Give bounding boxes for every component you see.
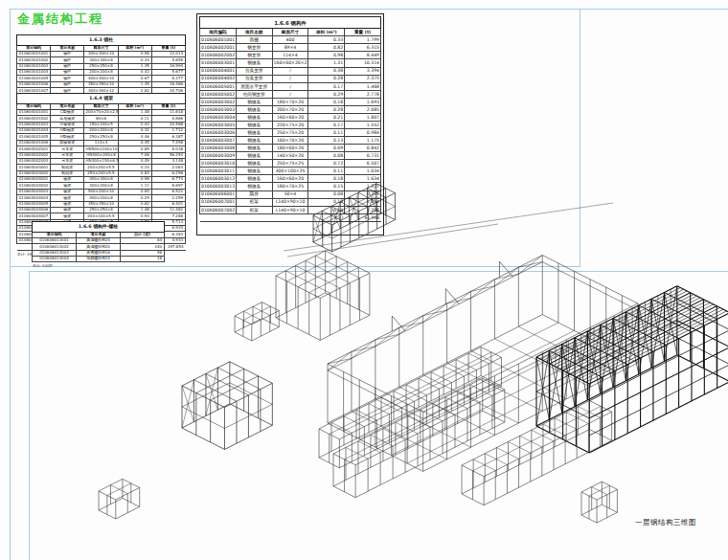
drawing-caption: 一层钢结构三维图 xyxy=(635,518,696,527)
guide-line xyxy=(287,224,498,257)
structure-3d-drawing xyxy=(0,0,728,560)
central-hall xyxy=(328,256,638,472)
two-story-frame xyxy=(182,362,272,450)
dark-workshop xyxy=(536,286,728,453)
stepped-platform xyxy=(276,251,370,341)
tiny-box-left xyxy=(99,479,140,519)
small-double-box xyxy=(235,302,279,341)
small-box-bottom-right xyxy=(581,482,617,523)
truss-frame-top xyxy=(313,184,395,252)
annex-row-lower xyxy=(333,378,505,497)
